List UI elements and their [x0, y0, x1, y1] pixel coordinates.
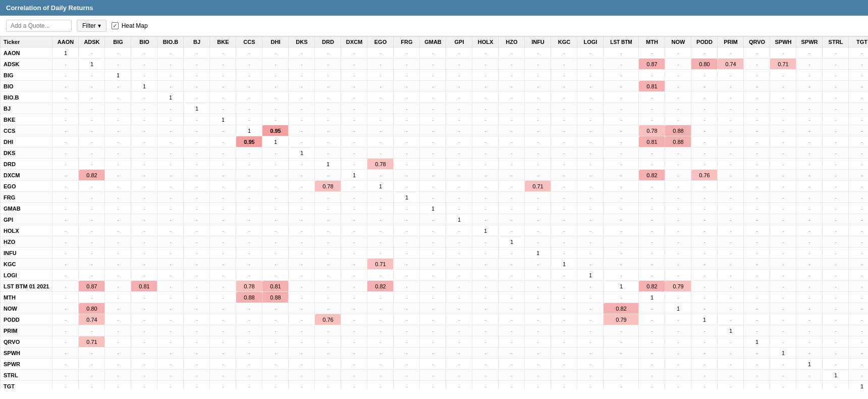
cell-HOLX-22: - [639, 225, 665, 236]
cell-DKS-27: - [770, 147, 796, 159]
cell-EGO-18: 0.71 [525, 181, 551, 192]
cell-SPWH-18: - [525, 347, 551, 359]
cell-STRL-12: - [367, 370, 394, 381]
cell-ADSK-18: - [525, 59, 551, 70]
cell-PODD-12: - [367, 314, 394, 325]
cell-QRVO-3: - [131, 336, 157, 347]
cell-BKE-7: - [236, 114, 262, 125]
cell-NOW-23: 1 [665, 303, 691, 314]
cell-ADSK-30: - [849, 59, 868, 70]
cell-BJ-6: - [210, 103, 236, 114]
cell-GPI-6: - [210, 214, 236, 225]
cell-HOLX-23: - [665, 225, 691, 236]
cell-SPWR-19: - [551, 359, 577, 370]
cell-QRVO-13: - [394, 336, 420, 347]
col-header-QRVO: QRVO [744, 37, 770, 47]
table-row: CCS-------10.95-------------0.780.88----… [1, 125, 869, 136]
cell-GMAB-18: - [525, 203, 551, 214]
cell-EGO-27: - [770, 181, 796, 192]
cell-LOGI-1: - [79, 270, 105, 281]
add-quote-input[interactable] [6, 20, 72, 32]
cell-HOLX-2: - [105, 225, 131, 236]
cell-QRVO-18: - [525, 336, 551, 347]
cell-AAON-10: - [315, 47, 341, 59]
ticker-cell: MTH [1, 292, 52, 303]
cell-INFU-4: - [157, 247, 184, 259]
cell-BIG-15: - [446, 70, 472, 81]
cell-MTH-30: - [849, 292, 868, 303]
cell-BIG-19: - [551, 70, 577, 81]
cell-BJ-19: - [551, 103, 577, 114]
cell-BIG-11: - [341, 70, 367, 81]
cell-BIG-16: - [472, 70, 499, 81]
cell-DHI-12: - [367, 136, 394, 147]
cell-TGT-5: - [184, 381, 210, 390]
cell-HZO-3: - [131, 236, 157, 247]
cell-QRVO-19: - [551, 336, 577, 347]
cell-CCS-0: - [52, 125, 79, 136]
cell-QRVO-25: - [718, 336, 744, 347]
cell-PRIM-15: - [446, 325, 472, 336]
cell-BKE-25: - [718, 114, 744, 125]
cell-KGC-1: - [79, 259, 105, 270]
cell-LST BTM 01 2021-24: - [691, 281, 718, 292]
table-row: SPWH---------------------------1------ [1, 347, 869, 359]
cell-LST BTM 01 2021-16: - [472, 281, 499, 292]
cell-BJ-7: - [236, 103, 262, 114]
cell-INFU-24: - [691, 247, 718, 259]
cell-PRIM-18: - [525, 325, 551, 336]
cell-FRG-9: - [289, 192, 315, 203]
cell-FRG-6: - [210, 192, 236, 203]
cell-PODD-9: - [289, 314, 315, 325]
cell-BIO-4: - [157, 81, 184, 92]
cell-QRVO-30: - [849, 336, 868, 347]
cell-BJ-12: - [367, 103, 394, 114]
cell-NOW-2: - [105, 303, 131, 314]
cell-SPWH-27: 1 [770, 347, 796, 359]
cell-LST BTM 01 2021-12: 0.82 [367, 281, 394, 292]
cell-AAON-11: - [341, 47, 367, 59]
cell-DHI-1: - [79, 136, 105, 147]
cell-MTH-18: - [525, 292, 551, 303]
cell-EGO-10: 0.78 [315, 181, 341, 192]
cell-BJ-8: - [262, 103, 289, 114]
cell-BIG-21: - [604, 70, 639, 81]
cell-BJ-16: - [472, 103, 499, 114]
cell-BIG-3: - [131, 70, 157, 81]
cell-DKS-23: - [665, 147, 691, 159]
cell-SPWR-3: - [131, 359, 157, 370]
cell-CCS-13: - [394, 125, 420, 136]
cell-FRG-16: - [472, 192, 499, 203]
heat-map-checkbox[interactable] [112, 22, 119, 29]
cell-HOLX-28: - [796, 225, 823, 236]
ticker-cell: AAON [1, 47, 52, 59]
cell-GMAB-0: - [52, 203, 79, 214]
cell-BIO.B-29: - [823, 92, 849, 103]
cell-DHI-20: - [577, 136, 604, 147]
cell-TGT-21: - [604, 381, 639, 390]
cell-GPI-21: - [604, 214, 639, 225]
cell-BJ-22: - [639, 103, 665, 114]
table-row: PRIM-------------------------1-------- [1, 325, 869, 336]
table-row: PODD-0.74--------0.76----------0.79--1--… [1, 314, 869, 325]
cell-MTH-17: - [499, 292, 525, 303]
cell-TGT-19: - [551, 381, 577, 390]
cell-ADSK-2: - [105, 59, 131, 70]
cell-NOW-18: - [525, 303, 551, 314]
cell-LST BTM 01 2021-17: - [499, 281, 525, 292]
filter-button[interactable]: Filter ▾ [77, 20, 106, 32]
heat-map-toggle[interactable]: Heat Map [112, 22, 148, 29]
cell-GMAB-16: - [472, 203, 499, 214]
cell-NOW-13: - [394, 303, 420, 314]
cell-STRL-1: - [79, 370, 105, 381]
cell-BKE-13: - [394, 114, 420, 125]
cell-CCS-15: - [446, 125, 472, 136]
cell-BIO-11: - [341, 81, 367, 92]
table-row: BKE------1--------------------------0.80 [1, 114, 869, 125]
cell-BIG-6: - [210, 70, 236, 81]
cell-INFU-30: - [849, 247, 868, 259]
cell-KGC-10: - [315, 259, 341, 270]
cell-LOGI-21: - [604, 270, 639, 281]
cell-EGO-26: - [744, 181, 770, 192]
cell-BIO.B-1: - [79, 92, 105, 103]
